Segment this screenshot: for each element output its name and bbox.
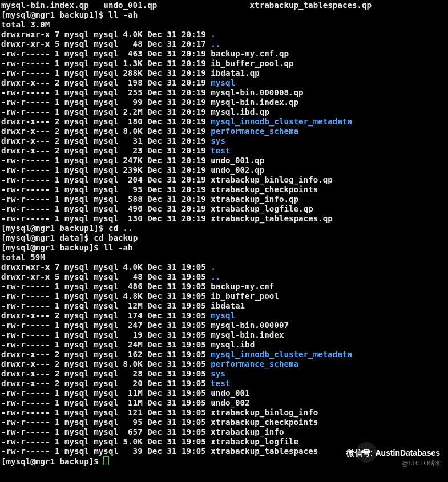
file-listing-row: -rw-r----- 1 mysql mysql 12M Dec 31 19:0… (1, 301, 447, 311)
file-meta: -rw-r----- 1 mysql mysql 4.8K Dec 31 19:… (1, 291, 211, 301)
file-listing-row: drwxr-xr-x 5 mysql mysql 48 Dec 31 19:05… (1, 272, 447, 282)
file-listing-row: -rw-r----- 1 mysql mysql 95 Dec 31 20:19… (1, 185, 447, 195)
file-listing-row: -rw-r----- 1 mysql mysql 255 Dec 31 20:1… (1, 88, 447, 98)
directory-name: mysql_innodb_cluster_metadata (211, 350, 352, 359)
file-name: mysql.ibd (211, 340, 255, 349)
file-meta: -rw-r----- 1 mysql mysql 12M Dec 31 19:0… (1, 301, 211, 310)
file-meta: drwxr-x--- 2 mysql mysql 162 Dec 31 19:0… (1, 350, 211, 359)
file-meta: -rw-r----- 1 mysql mysql 2.2M Dec 31 20:… (1, 107, 211, 116)
file-meta: -rw-r----- 1 mysql mysql 204 Dec 31 20:1… (1, 175, 211, 184)
file-listing-row: drwxr-x--- 2 mysql mysql 20 Dec 31 19:05… (1, 379, 447, 388)
file-listing-row: -rw-r----- 1 mysql mysql 19 Dec 31 19:05… (1, 330, 447, 340)
file-name: undo_001 (211, 388, 249, 398)
directory-name: . (211, 262, 216, 272)
file-meta: -rw-r----- 1 mysql mysql 247 Dec 31 19:0… (1, 321, 211, 330)
file-name: xtrabackup_checkpoints (211, 418, 318, 427)
file-meta: -rw-r----- 1 mysql mysql 24M Dec 31 19:0… (1, 340, 211, 349)
directory-name: .. (211, 272, 220, 281)
file-meta: -rw-r----- 1 mysql mysql 239K Dec 31 20:… (1, 165, 211, 175)
file-name: undo_002 (211, 398, 249, 407)
shell-command: cd .. (108, 224, 133, 233)
file-listing-row: drwxr-x--- 2 mysql mysql 23 Dec 31 20:19… (1, 146, 447, 156)
file-name: ibdata1.qp (211, 68, 259, 78)
shell-command: ll -ah (108, 10, 138, 19)
file-listing-row: drwxr-x--- 2 mysql mysql 180 Dec 31 20:1… (1, 117, 447, 127)
file-name: xtrabackup_binlog_info (211, 408, 318, 417)
file-listing-row: -rw-r----- 1 mysql mysql 1.3K Dec 31 20:… (1, 59, 447, 68)
file-meta: -rw-r----- 1 mysql mysql 11M Dec 31 19:0… (1, 388, 211, 398)
file-meta: -rw-r----- 1 mysql mysql 5.0K Dec 31 19:… (1, 437, 211, 446)
file-meta: -rw-r----- 1 mysql mysql 121 Dec 31 19:0… (1, 408, 211, 417)
file-listing-row: -rw-r----- 1 mysql mysql 130 Dec 31 20:1… (1, 214, 447, 224)
file-name: undo_001.qp (211, 156, 264, 165)
file-meta: drwxr-x--- 2 mysql mysql 180 Dec 31 20:1… (1, 117, 211, 126)
file-name: xtrabackup_info (211, 427, 284, 436)
directory-name: test (211, 146, 230, 155)
file-meta: -rw-r----- 1 mysql mysql 11M Dec 31 19:0… (1, 398, 211, 407)
watermark-wechat: 微信号: AustinDatabases (346, 448, 440, 458)
prompt-line: [mysql@mgr1 backup1]$ ll -ah (1, 10, 447, 20)
prompt-line: [mysql@mgr1 backup1]$ cd .. (1, 224, 447, 233)
file-meta: drwxr-x--- 2 mysql mysql 8.0K Dec 31 19:… (1, 359, 211, 368)
file-listing-row: -rw-r----- 1 mysql mysql 490 Dec 31 20:1… (1, 204, 447, 214)
file-name: undo_002.qp (211, 165, 264, 175)
file-listing-row: -rw-r----- 1 mysql mysql 11M Dec 31 19:0… (1, 398, 447, 408)
directory-name: mysql (211, 311, 235, 320)
file-listing-row: -rw-r----- 1 mysql mysql 288K Dec 31 20:… (1, 68, 447, 78)
file-name: mysql-bin.000008.qp (211, 88, 303, 97)
shell-prompt: [mysql@mgr1 backup1]$ (1, 224, 108, 233)
output-line: total 3.0M (1, 20, 447, 30)
directory-name: test (211, 379, 230, 388)
file-meta: drwxr-x--- 2 mysql mysql 20 Dec 31 19:05 (1, 379, 211, 388)
file-name: ib_buffer_pool (211, 291, 279, 301)
file-name: xtrabackup_logfile.qp (211, 204, 313, 213)
file-meta: -rw-r----- 1 mysql mysql 288K Dec 31 20:… (1, 68, 211, 78)
directory-name: . (211, 30, 216, 39)
file-meta: drwxr-x--- 2 mysql mysql 8.0K Dec 31 20:… (1, 127, 211, 136)
file-name: xtrabackup_tablespaces (211, 447, 318, 456)
file-name: ibdata1 (211, 301, 245, 310)
file-listing-row: drwxr-x--- 2 mysql mysql 174 Dec 31 19:0… (1, 311, 447, 321)
file-name: mysql-bin.index.qp (211, 98, 298, 107)
file-listing-row: drwxrwxr-x 7 mysql mysql 4.0K Dec 31 19:… (1, 262, 447, 272)
shell-prompt: [mysql@mgr1 backup]$ (1, 457, 103, 466)
terminal-cursor-icon (103, 456, 109, 465)
file-listing-row: -rw-r----- 1 mysql mysql 463 Dec 31 20:1… (1, 49, 447, 59)
directory-name: mysql_innodb_cluster_metadata (211, 117, 352, 126)
file-meta: -rw-r----- 1 mysql mysql 95 Dec 31 20:19 (1, 185, 211, 194)
file-meta: -rw-r----- 1 mysql mysql 130 Dec 31 20:1… (1, 214, 211, 223)
file-meta: drwxr-x--- 2 mysql mysql 174 Dec 31 19:0… (1, 311, 211, 320)
prompt-line: [mysql@mgr1 backup]$ ll -ah (1, 243, 447, 253)
file-name: xtrabackup_logfile (211, 437, 298, 446)
file-meta: -rw-r----- 1 mysql mysql 39 Dec 31 19:05 (1, 447, 211, 456)
file-name: ib_buffer_pool.qp (211, 59, 293, 68)
terminal-output[interactable]: mysql-bin.index.qp undo_001.qp xtrabacku… (0, 0, 448, 467)
file-listing-row: -rw-r----- 1 mysql mysql 588 Dec 31 20:1… (1, 195, 447, 204)
file-listing-row: -rw-r----- 1 mysql mysql 2.2M Dec 31 20:… (1, 107, 447, 117)
file-listing-row: -rw-r----- 1 mysql mysql 121 Dec 31 19:0… (1, 408, 447, 418)
file-meta: -rw-r----- 1 mysql mysql 1.3K Dec 31 20:… (1, 59, 211, 68)
shell-prompt: [mysql@mgr1 backup1]$ (1, 10, 108, 19)
file-meta: drwxr-x--- 2 mysql mysql 31 Dec 31 20:19 (1, 136, 211, 145)
file-meta: -rw-r----- 1 mysql mysql 486 Dec 31 19:0… (1, 282, 211, 291)
file-listing-row: -rw-r----- 1 mysql mysql 486 Dec 31 19:0… (1, 282, 447, 291)
file-name: xtrabackup_binlog_info.qp (211, 175, 333, 184)
file-meta: drwxr-x--- 2 mysql mysql 28 Dec 31 19:05 (1, 369, 211, 378)
file-meta: -rw-r----- 1 mysql mysql 463 Dec 31 20:1… (1, 49, 211, 58)
file-listing-row: -rw-r----- 1 mysql mysql 4.8K Dec 31 19:… (1, 291, 447, 301)
directory-name: performance_schema (211, 359, 298, 368)
directory-name: performance_schema (211, 127, 298, 136)
file-listing-row: drwxr-x--- 2 mysql mysql 8.0K Dec 31 19:… (1, 359, 447, 369)
file-listing-row: -rw-r----- 1 mysql mysql 24M Dec 31 19:0… (1, 340, 447, 350)
file-listing-row: -rw-r----- 1 mysql mysql 99 Dec 31 20:19… (1, 98, 447, 107)
file-name: xtrabackup_checkpoints (211, 185, 318, 194)
file-meta: drwxrwxr-x 7 mysql mysql 4.0K Dec 31 19:… (1, 262, 211, 272)
file-listing-row: drwxr-x--- 2 mysql mysql 31 Dec 31 20:19… (1, 136, 447, 146)
file-listing-row: drwxr-x--- 2 mysql mysql 198 Dec 31 20:1… (1, 78, 447, 88)
file-listing-row: -rw-r----- 1 mysql mysql 204 Dec 31 20:1… (1, 175, 447, 185)
file-listing-row: -rw-r----- 1 mysql mysql 5.0K Dec 31 19:… (1, 437, 447, 447)
file-meta: drwxr-x--- 2 mysql mysql 23 Dec 31 20:19 (1, 146, 211, 155)
directory-name: sys (211, 369, 225, 378)
file-listing-row: -rw-r----- 1 mysql mysql 247 Dec 31 19:0… (1, 321, 447, 330)
file-meta: -rw-r----- 1 mysql mysql 657 Dec 31 19:0… (1, 427, 211, 436)
